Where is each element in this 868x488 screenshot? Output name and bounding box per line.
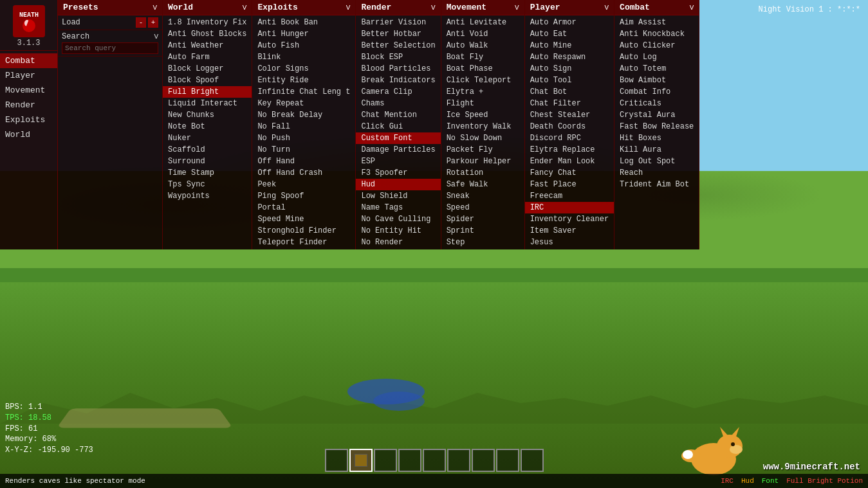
menu-item-click-gui[interactable]: Click Gui [356,121,440,132]
menu-item-no-slow-down[interactable]: No Slow Down [441,132,524,144]
menu-item-fancy-chat[interactable]: Fancy Chat [525,167,614,179]
menu-item-irc[interactable]: IRC [525,202,614,213]
menu-item-chat-filter[interactable]: Chat Filter [525,98,614,109]
menu-item-no-render[interactable]: No Render [356,237,440,248]
menu-item-auto-log[interactable]: Auto Log [614,51,699,63]
search-input[interactable] [62,42,158,54]
menu-item-ping-spoof[interactable]: Ping Spoof [252,190,355,202]
menu-item-entity-ride[interactable]: Entity Ride [252,75,355,86]
menu-item-off-hand-crash[interactable]: Off Hand Crash [252,167,355,179]
menu-item-anti-hunger[interactable]: Anti Hunger [252,28,355,40]
menu-item-discord-rpc[interactable]: Discord RPC [525,132,614,144]
menu-item-off-hand[interactable]: Off Hand [252,156,355,167]
render-column-header[interactable]: Render V [356,0,440,15]
menu-item-criticals[interactable]: Criticals [614,98,699,109]
menu-item-fast-place[interactable]: Fast Place [525,179,614,190]
menu-item-reach[interactable]: Reach [614,167,699,179]
menu-item-spider[interactable]: Spider [441,213,524,225]
presets-header[interactable]: Presets V [58,0,162,15]
menu-item-parkour-helper[interactable]: Parkour Helper [441,156,524,167]
menu-item-esp[interactable]: ESP [356,156,440,167]
menu-item-inventory-walk[interactable]: Inventory Walk [441,121,524,132]
menu-item-item-saver[interactable]: Item Saver [525,225,614,237]
menu-item-no-turn[interactable]: No Turn [252,144,355,156]
menu-item-scaffold[interactable]: Scaffold [163,144,252,156]
menu-item-new-chunks[interactable]: New Chunks [163,109,252,121]
world-column-header[interactable]: World V [163,0,252,15]
menu-item-boat-phase[interactable]: Boat Phase [441,63,524,75]
menu-item-bow-aimbot[interactable]: Bow Aimbot [614,75,699,86]
menu-item-hud[interactable]: Hud [356,179,440,190]
sidebar-item-movement[interactable]: Movement [0,83,57,98]
exploits-column-header[interactable]: Exploits V [252,0,355,15]
menu-item-elytra-+[interactable]: Elytra + [441,86,524,98]
menu-item-chat-bot[interactable]: Chat Bot [525,86,614,98]
sidebar-item-render[interactable]: Render [0,98,57,113]
menu-item-auto-eat[interactable]: Auto Eat [525,28,614,40]
menu-item-death-coords[interactable]: Death Coords [525,121,614,132]
menu-item-better-selection[interactable]: Better Selection [356,40,440,51]
sidebar-item-combat[interactable]: Combat [0,53,57,68]
menu-item-anti-ghost-blocks[interactable]: Anti Ghost Blocks [163,28,252,40]
menu-item-no-fall[interactable]: No Fall [252,121,355,132]
menu-item-time-stamp[interactable]: Time Stamp [163,167,252,179]
menu-item-name-tags[interactable]: Name Tags [356,202,440,213]
menu-item-log-out-spot[interactable]: Log Out Spot [614,156,699,167]
menu-item-freecam[interactable]: Freecam [525,190,614,202]
menu-item-tps-sync[interactable]: Tps Sync [163,179,252,190]
menu-item-step[interactable]: Step [441,237,524,248]
menu-item-auto-fish[interactable]: Auto Fish [252,40,355,51]
menu-item-infinite-chat-leng-t[interactable]: Infinite Chat Leng t [252,86,355,98]
menu-item-sprint[interactable]: Sprint [441,225,524,237]
menu-item-portal[interactable]: Portal [252,202,355,213]
menu-item-anti-void[interactable]: Anti Void [441,28,524,40]
player-column-header[interactable]: Player V [525,0,614,15]
menu-item-break-indicators[interactable]: Break Indicators [356,75,440,86]
menu-item-sneak[interactable]: Sneak [441,190,524,202]
menu-item-f3-spoofer[interactable]: F3 Spoofer [356,167,440,179]
menu-item-key-repeat[interactable]: Key Repeat [252,98,355,109]
menu-item-auto-respawn[interactable]: Auto Respawn [525,51,614,63]
menu-item-custom-font[interactable]: Custom Font [356,132,440,144]
menu-item-flight[interactable]: Flight [441,98,524,109]
menu-item-ice-speed[interactable]: Ice Speed [441,109,524,121]
load-minus-button[interactable]: - [136,17,146,28]
menu-item-hit-boxes[interactable]: Hit Boxes [614,132,699,144]
menu-item-barrier-vision[interactable]: Barrier Vision [356,17,440,28]
menu-item-anti-knockback[interactable]: Anti Knockback [614,28,699,40]
menu-item-aim-assist[interactable]: Aim Assist [614,17,699,28]
menu-item-auto-clicker[interactable]: Auto Clicker [614,40,699,51]
menu-item-block-spoof[interactable]: Block Spoof [163,75,252,86]
combat-column-header[interactable]: Combat V [614,0,699,15]
menu-item-blood-particles[interactable]: Blood Particles [356,63,440,75]
menu-item-auto-sign[interactable]: Auto Sign [525,63,614,75]
menu-item-liquid-interact[interactable]: Liquid Interact [163,98,252,109]
menu-item-chest-stealer[interactable]: Chest Stealer [525,109,614,121]
menu-item-block-logger[interactable]: Block Logger [163,63,252,75]
menu-item-jesus[interactable]: Jesus [525,237,614,248]
menu-item-auto-armor[interactable]: Auto Armor [525,17,614,28]
menu-item-anti-book-ban[interactable]: Anti Book Ban [252,17,355,28]
menu-item-note-bot[interactable]: Note Bot [163,121,252,132]
menu-item-no-push[interactable]: No Push [252,132,355,144]
menu-item-auto-mine[interactable]: Auto Mine [525,40,614,51]
menu-item-rotation[interactable]: Rotation [441,167,524,179]
menu-item-speed-mine[interactable]: Speed Mine [252,213,355,225]
menu-item-color-signs[interactable]: Color Signs [252,63,355,75]
menu-item-fast-bow-release[interactable]: Fast Bow Release [614,121,699,132]
menu-item-1.8-inventory-fix[interactable]: 1.8 Inventory Fix [163,17,252,28]
menu-item-better-hotbar[interactable]: Better Hotbar [356,28,440,40]
menu-item-no-cave-culling[interactable]: No Cave Culling [356,213,440,225]
menu-item-ender-man-look[interactable]: Ender Man Look [525,156,614,167]
menu-item-nuker[interactable]: Nuker [163,132,252,144]
menu-item-elytra-replace[interactable]: Elytra Replace [525,144,614,156]
menu-item-no-entity-hit[interactable]: No Entity Hit [356,225,440,237]
load-plus-button[interactable]: + [148,17,158,28]
menu-item-chat-mention[interactable]: Chat Mention [356,109,440,121]
movement-column-header[interactable]: Movement V [441,0,524,15]
menu-item-auto-walk[interactable]: Auto Walk [441,40,524,51]
menu-item-block-esp[interactable]: Block ESP [356,51,440,63]
menu-item-trident-aim-bot[interactable]: Trident Aim Bot [614,179,699,190]
sidebar-item-player[interactable]: Player [0,68,57,83]
menu-item-surround[interactable]: Surround [163,156,252,167]
